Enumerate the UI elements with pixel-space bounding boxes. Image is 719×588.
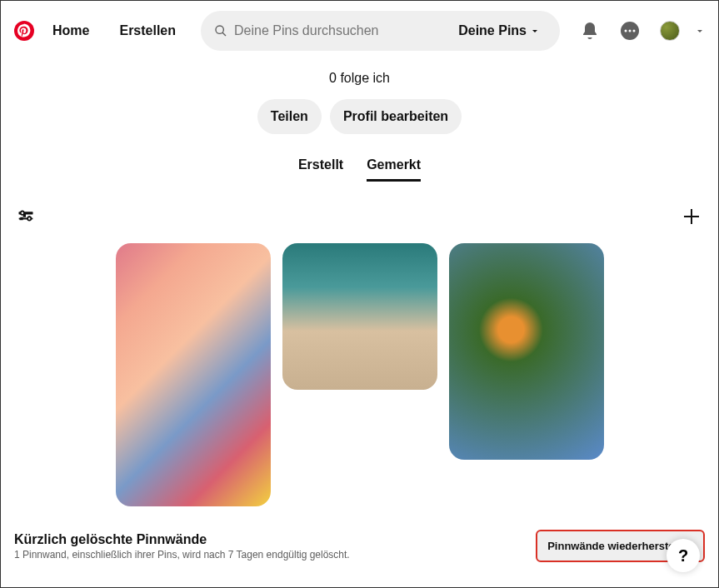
nav-create[interactable]: Erstellen: [107, 13, 187, 48]
pin-item[interactable]: [449, 243, 604, 460]
pins-grid: [1, 243, 718, 506]
avatar[interactable]: [660, 21, 680, 41]
search-icon: [214, 24, 227, 37]
grid-toolbar: [1, 207, 718, 243]
pin-item[interactable]: [116, 243, 271, 506]
tab-created[interactable]: Erstellt: [298, 157, 343, 182]
account-chevron-icon[interactable]: [695, 26, 705, 36]
follower-stats: 0 folge ich: [1, 61, 718, 99]
svg-point-6: [27, 217, 31, 220]
deleted-boards-title: Kürzlich gelöschte Pinnwände: [14, 532, 350, 547]
content-tabs: Erstellt Gemerkt: [1, 157, 718, 182]
edit-profile-button[interactable]: Profil bearbeiten: [330, 99, 462, 134]
search-filter-dropdown[interactable]: Deine Pins: [458, 23, 547, 38]
deleted-boards-section: Kürzlich gelöschte Pinnwände 1 Pinnwand,…: [14, 530, 705, 562]
nav-home[interactable]: Home: [41, 13, 101, 48]
messages-icon[interactable]: [620, 21, 640, 41]
pin-item[interactable]: [282, 243, 437, 390]
notifications-icon[interactable]: [580, 21, 600, 41]
tab-saved[interactable]: Gemerkt: [367, 157, 421, 182]
deleted-boards-subtitle: 1 Pinnwand, einschließlich ihrer Pins, w…: [14, 549, 350, 561]
share-button[interactable]: Teilen: [257, 99, 322, 134]
svg-point-5: [21, 212, 24, 215]
deleted-boards-text: Kürzlich gelöschte Pinnwände 1 Pinnwand,…: [14, 532, 350, 561]
svg-point-3: [629, 30, 632, 32]
profile-actions: Teilen Profil bearbeiten: [1, 99, 718, 134]
pinterest-logo-icon[interactable]: [14, 21, 34, 41]
svg-point-4: [633, 30, 636, 32]
svg-point-2: [625, 30, 627, 32]
filter-icon[interactable]: [17, 208, 34, 228]
chevron-down-icon: [530, 26, 540, 36]
search-bar[interactable]: Deine Pins: [201, 11, 560, 51]
search-input[interactable]: [234, 23, 458, 38]
search-filter-label: Deine Pins: [458, 23, 527, 38]
header: Home Erstellen Deine Pins: [1, 1, 718, 61]
help-button[interactable]: ?: [667, 539, 700, 572]
add-icon[interactable]: [682, 207, 702, 230]
